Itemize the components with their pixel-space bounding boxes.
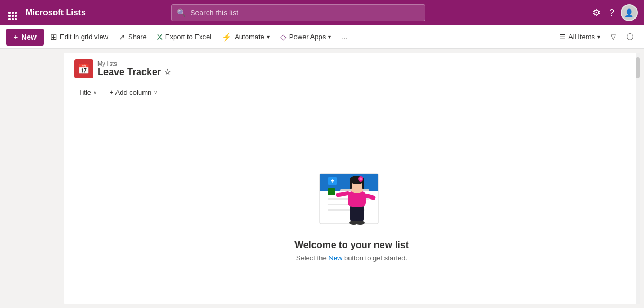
empty-state: + (64, 102, 640, 304)
search-bar[interactable]: 🔍 (171, 4, 425, 21)
settings-icon[interactable]: ⚙ (590, 5, 603, 21)
plus-icon: + (14, 33, 18, 41)
automate-icon: ⚡ (222, 32, 232, 42)
share-icon: ↗ (119, 32, 126, 42)
share-button[interactable]: ↗ Share (114, 29, 151, 46)
left-sidebar (0, 49, 64, 308)
info-button[interactable]: ⓘ (622, 29, 638, 46)
svg-rect-11 (356, 205, 364, 221)
welcome-new-link: New (328, 254, 342, 262)
content-area: 📅 My lists Leave Tracker ☆ Title ∨ + Add… (64, 53, 640, 304)
list-header-text: My lists Leave Tracker ☆ (97, 60, 171, 78)
filter-icon: ▽ (611, 33, 616, 41)
svg-point-20 (360, 177, 362, 180)
empty-state-illustration: + (304, 144, 399, 229)
main-content: 📅 My lists Leave Tracker ☆ Title ∨ + Add… (0, 49, 644, 308)
power-apps-chevron-icon: ▾ (328, 34, 331, 40)
filter-button[interactable]: ▽ (606, 29, 620, 46)
search-input[interactable] (190, 8, 419, 17)
scrollbar-thumb[interactable] (636, 57, 640, 78)
breadcrumb: My lists (97, 60, 171, 67)
top-navigation: Microsoft Lists 🔍 ⚙ ? 👤 (0, 0, 644, 25)
favorite-star-icon[interactable]: ☆ (164, 68, 171, 76)
svg-rect-10 (350, 205, 357, 221)
search-icon: 🔍 (177, 8, 186, 17)
add-column-chevron-icon: ∨ (154, 89, 157, 95)
edit-grid-icon: ⊞ (50, 32, 57, 42)
scrollbar[interactable] (636, 53, 640, 304)
column-headers: Title ∨ + Add column ∨ (64, 83, 640, 102)
svg-rect-5 (328, 188, 335, 195)
svg-point-22 (355, 221, 365, 225)
more-options-button[interactable]: ... (337, 29, 352, 46)
svg-text:+: + (330, 177, 334, 185)
info-icon: ⓘ (627, 32, 633, 42)
automate-button[interactable]: ⚡ Automate ▾ (218, 29, 274, 46)
waffle-menu-icon[interactable] (6, 3, 19, 22)
power-apps-icon: ◇ (280, 32, 287, 42)
avatar[interactable]: 👤 (621, 4, 638, 21)
svg-rect-17 (350, 180, 352, 189)
power-apps-button[interactable]: ◇ Power Apps ▾ (276, 29, 335, 46)
help-icon[interactable]: ? (607, 5, 616, 21)
welcome-title: Welcome to your new list (294, 240, 409, 251)
title-sort-icon: ∨ (93, 89, 97, 95)
title-column-header[interactable]: Title ∨ (74, 86, 101, 98)
automate-chevron-icon: ▾ (267, 34, 270, 40)
toolbar: + New ⊞ Edit in grid view ↗ Share X Expo… (0, 25, 644, 49)
list-name: Leave Tracker ☆ (97, 67, 171, 78)
export-excel-button[interactable]: X Export to Excel (153, 29, 216, 46)
all-items-button[interactable]: ☰ All Items ▾ (555, 29, 604, 46)
new-button[interactable]: + New (6, 29, 44, 46)
nav-actions: ⚙ ? 👤 (590, 4, 638, 21)
svg-rect-12 (348, 191, 366, 207)
app-title: Microsoft Lists (25, 8, 86, 17)
all-items-chevron-icon: ▾ (597, 34, 600, 40)
list-header: 📅 My lists Leave Tracker ☆ (64, 53, 640, 83)
list-icon: 📅 (74, 59, 93, 78)
add-column-button[interactable]: + Add column ∨ (105, 86, 162, 98)
welcome-subtitle: Select the New button to get started. (296, 254, 407, 262)
all-items-lines-icon: ☰ (559, 33, 566, 41)
toolbar-right: ☰ All Items ▾ ▽ ⓘ (555, 29, 638, 46)
svg-rect-18 (362, 180, 364, 189)
edit-grid-button[interactable]: ⊞ Edit in grid view (46, 29, 112, 46)
excel-icon: X (157, 32, 163, 41)
